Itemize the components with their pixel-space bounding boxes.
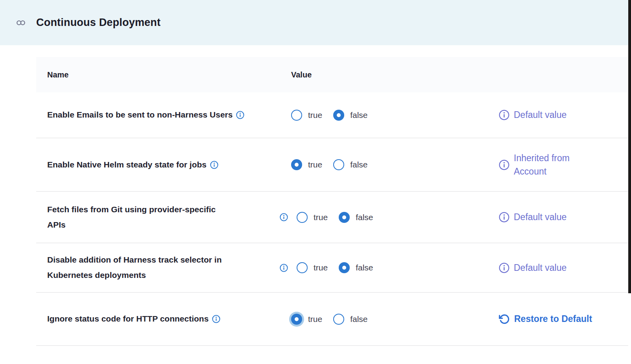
table-header: Name Value	[36, 57, 628, 92]
setting-name-label: Enable Emails to be sent to non-Harness …	[47, 107, 232, 123]
setting-name-cell: Enable Native Helm steady state for jobs	[36, 157, 291, 173]
setting-name-label: Ignore status code for HTTP connections	[47, 311, 208, 327]
radio-false[interactable]	[339, 212, 350, 223]
status-info-icon[interactable]	[499, 212, 509, 222]
radio-true[interactable]	[297, 212, 308, 223]
setting-status-cell: Inherited from Account	[494, 151, 628, 178]
restore-to-default-button[interactable]: Restore to Default	[499, 312, 628, 326]
settings-table: Name Value Enable Emails to be sent to n…	[36, 57, 628, 346]
status-badge: Default value	[499, 108, 628, 122]
info-icon[interactable]	[236, 111, 244, 119]
radio-false-label[interactable]: false	[350, 110, 367, 120]
table-row: Ignore status code for HTTP connections …	[36, 293, 628, 346]
info-icon[interactable]	[280, 213, 288, 221]
page-title: Continuous Deployment	[36, 17, 161, 29]
table-row: Disable addition of Harness track select…	[36, 243, 628, 293]
status-badge: Inherited from Account	[499, 151, 628, 178]
radio-false-label[interactable]: false	[356, 263, 373, 272]
setting-name-label: Enable Native Helm steady state for jobs	[47, 157, 207, 173]
radio-true-label[interactable]: true	[314, 263, 328, 272]
setting-status-cell: Default value	[494, 108, 628, 122]
status-badge: Default value	[499, 210, 628, 224]
status-label: Default value	[514, 108, 566, 122]
info-icon[interactable]	[210, 161, 218, 169]
column-header-name: Name	[36, 70, 291, 79]
status-info-icon[interactable]	[499, 263, 509, 273]
setting-value-cell: true false	[291, 212, 494, 223]
setting-name-cell: Disable addition of Harness track select…	[36, 252, 291, 283]
setting-status-cell: Default value	[494, 210, 628, 224]
status-label: Default value	[514, 261, 566, 275]
status-label: Default value	[514, 210, 566, 224]
radio-false[interactable]	[339, 262, 350, 273]
setting-name-cell: Ignore status code for HTTP connections	[36, 311, 291, 327]
radio-false-label[interactable]: false	[350, 314, 367, 324]
table-row: Fetch files from Git using provider-spec…	[36, 192, 628, 243]
radio-false[interactable]	[333, 159, 344, 170]
table-row: Enable Emails to be sent to non-Harness …	[36, 92, 628, 138]
settings-page: { "header": { "title": "Continuous Deplo…	[0, 0, 631, 364]
radio-false-label[interactable]: false	[350, 160, 367, 169]
info-icon[interactable]	[212, 315, 220, 323]
setting-name-label: Disable addition of Harness track select…	[47, 252, 221, 283]
setting-name-cell: Fetch files from Git using provider-spec…	[36, 202, 291, 233]
setting-status-cell: Default value	[494, 261, 628, 275]
setting-name-label: Fetch files from Git using provider-spec…	[47, 202, 216, 233]
radio-true[interactable]	[291, 110, 302, 121]
setting-value-cell: true false	[291, 314, 494, 325]
radio-true[interactable]	[291, 159, 302, 170]
status-info-icon[interactable]	[499, 160, 509, 170]
info-icon[interactable]	[280, 264, 288, 272]
screen-edge	[628, 0, 631, 293]
radio-false[interactable]	[333, 110, 344, 121]
radio-true-label[interactable]: true	[308, 314, 322, 324]
table-row: Enable Native Helm steady state for jobs…	[36, 138, 628, 192]
radio-false[interactable]	[333, 314, 344, 325]
table-body: Enable Emails to be sent to non-Harness …	[36, 92, 628, 346]
radio-true-label[interactable]: true	[308, 160, 322, 169]
radio-true-label[interactable]: true	[314, 213, 328, 222]
status-label: Restore to Default	[514, 312, 592, 326]
setting-value-cell: true false	[291, 159, 494, 170]
setting-value-cell: true false	[291, 262, 494, 273]
status-info-icon[interactable]	[499, 110, 509, 120]
section-header: Continuous Deployment	[0, 0, 631, 45]
status-label: Inherited from Account	[514, 151, 570, 178]
radio-true[interactable]	[297, 262, 308, 273]
link-icon[interactable]	[16, 18, 26, 28]
setting-status-cell: Restore to Default	[494, 312, 628, 326]
radio-true[interactable]	[291, 314, 302, 325]
radio-true-label[interactable]: true	[308, 110, 322, 120]
setting-value-cell: true false	[291, 110, 494, 121]
setting-name-cell: Enable Emails to be sent to non-Harness …	[36, 107, 291, 123]
column-header-value: Value	[291, 70, 494, 79]
status-badge: Default value	[499, 261, 628, 275]
radio-false-label[interactable]: false	[356, 213, 373, 222]
restore-icon[interactable]	[499, 314, 510, 325]
